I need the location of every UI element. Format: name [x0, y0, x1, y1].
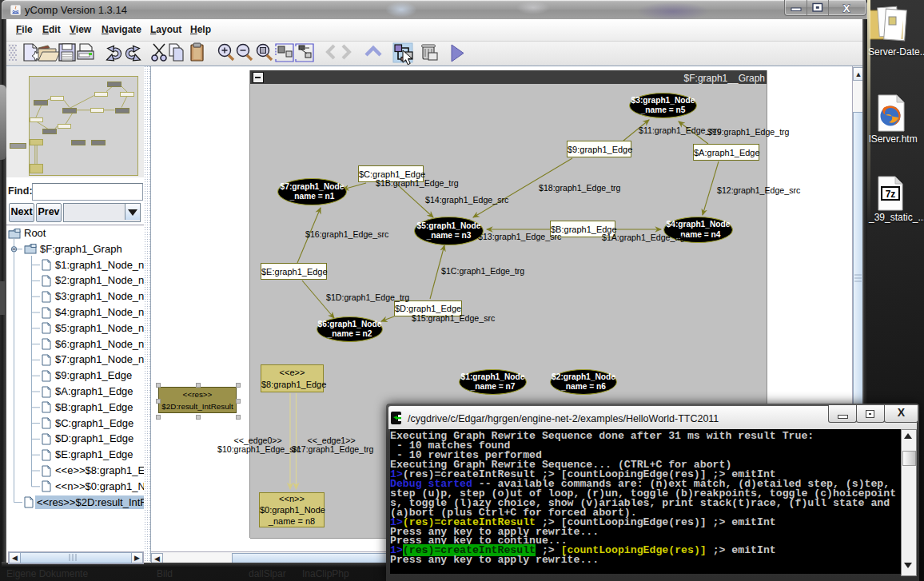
- svg-text:X: X: [842, 2, 850, 14]
- svg-text:7z: 7z: [886, 189, 896, 200]
